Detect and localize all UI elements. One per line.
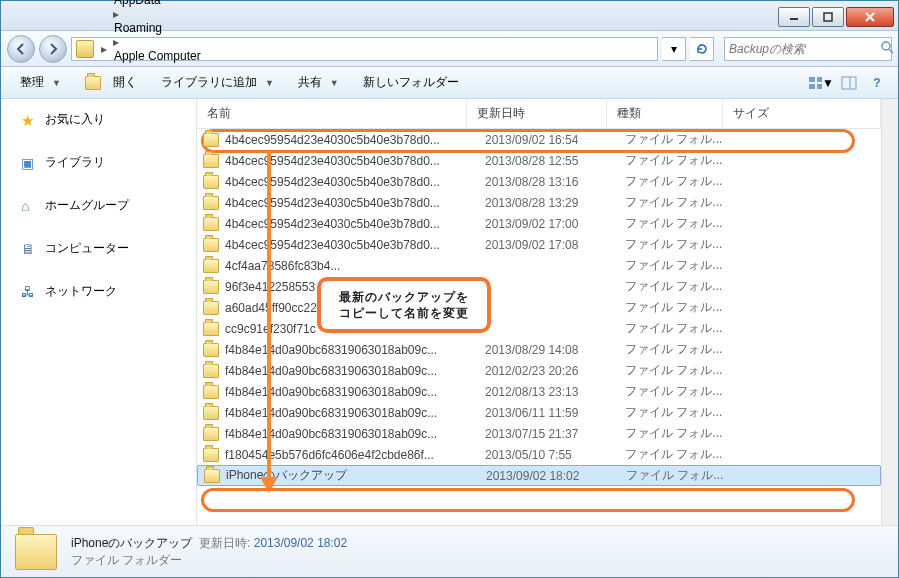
table-row[interactable]: f4b84e14d0a90bc68319063018ab09c...2012/0… <box>197 381 881 402</box>
sidebar-homegroup[interactable]: ⌂ホームグループ <box>1 193 196 218</box>
folder-icon <box>203 238 219 252</box>
table-row[interactable]: f4b84e14d0a90bc68319063018ab09c...2013/0… <box>197 423 881 444</box>
column-header-size[interactable]: サイズ <box>723 99 881 128</box>
status-date-label: 更新日時: <box>199 536 250 550</box>
cell-name: f4b84e14d0a90bc68319063018ab09c... <box>225 427 485 441</box>
sidebar-library[interactable]: ▣ライブラリ <box>1 150 196 175</box>
cell-name: 4b4cec95954d23e4030c5b40e3b78d0... <box>225 238 485 252</box>
cell-date: 2013/07/15 21:37 <box>485 427 625 441</box>
cell-type: ファイル フォル... <box>625 236 741 253</box>
cell-date: 2013/08/28 12:55 <box>485 154 625 168</box>
cell-type: ファイル フォル... <box>625 278 741 295</box>
cell-type: ファイル フォル... <box>625 194 741 211</box>
sidebar-favorites[interactable]: ★お気に入り <box>1 107 196 132</box>
chevron-right-icon[interactable]: ▸ <box>98 42 110 56</box>
folder-icon <box>203 343 219 357</box>
folder-icon <box>203 364 219 378</box>
table-row[interactable]: f4b84e14d0a90bc68319063018ab09c...2013/0… <box>197 402 881 423</box>
view-options-button[interactable]: ▼ <box>808 73 834 93</box>
refresh-button[interactable] <box>690 37 714 61</box>
cell-type: ファイル フォル... <box>625 173 741 190</box>
new-folder-button[interactable]: 新しいフォルダー <box>352 70 470 95</box>
library-icon: ▣ <box>21 155 37 171</box>
breadcrumb[interactable]: ▸ Michiko▸AppData▸Roaming▸Apple Computer… <box>71 37 658 61</box>
sidebar: ★お気に入り ▣ライブラリ ⌂ホームグループ 🖥コンピューター 🖧ネットワーク <box>1 99 197 525</box>
organize-button[interactable]: 整理▼ <box>9 70 72 95</box>
cell-date: 2013/08/29 14:08 <box>485 343 625 357</box>
table-row[interactable]: a60ad45ff90cc22bファイル フォル... <box>197 297 881 318</box>
table-row[interactable]: 4cf4aa78586fc83b4...ファイル フォル... <box>197 255 881 276</box>
table-row[interactable]: 4b4cec95954d23e4030c5b40e3b78d0...2013/0… <box>197 213 881 234</box>
cell-type: ファイル フォル... <box>625 320 741 337</box>
minimize-button[interactable] <box>778 7 810 27</box>
cell-name: cc9c91ef230f71c <box>225 322 485 336</box>
folder-icon <box>203 217 219 231</box>
help-button[interactable]: ? <box>864 73 890 93</box>
chevron-down-icon: ▼ <box>822 76 834 90</box>
library-add-button[interactable]: ライブラリに追加▼ <box>150 70 285 95</box>
cell-date: 2013/09/02 17:08 <box>485 238 625 252</box>
search-input[interactable] <box>729 42 880 56</box>
computer-icon: 🖥 <box>21 241 37 257</box>
table-row[interactable]: f4b84e14d0a90bc68319063018ab09c...2012/0… <box>197 360 881 381</box>
homegroup-icon: ⌂ <box>21 198 37 214</box>
table-row[interactable]: 4b4cec95954d23e4030c5b40e3b78d0...2013/0… <box>197 129 881 150</box>
table-row[interactable]: 4b4cec95954d23e4030c5b40e3b78d0...2013/0… <box>197 171 881 192</box>
cell-type: ファイル フォル... <box>625 131 741 148</box>
cell-name: f4b84e14d0a90bc68319063018ab09c... <box>225 385 485 399</box>
cell-name: a60ad45ff90cc22b <box>225 301 485 315</box>
sidebar-network[interactable]: 🖧ネットワーク <box>1 279 196 304</box>
cell-name: 4b4cec95954d23e4030c5b40e3b78d0... <box>225 133 485 147</box>
table-row[interactable]: 4b4cec95954d23e4030c5b40e3b78d0...2013/0… <box>197 150 881 171</box>
table-row[interactable]: 4b4cec95954d23e4030c5b40e3b78d0...2013/0… <box>197 234 881 255</box>
table-row[interactable]: iPhoneのバックアップ2013/09/02 18:02ファイル フォル... <box>197 465 881 486</box>
cell-type: ファイル フォル... <box>625 257 741 274</box>
maximize-button[interactable] <box>812 7 844 27</box>
cell-type: ファイル フォル... <box>625 362 741 379</box>
chevron-down-icon: ▼ <box>52 78 61 88</box>
share-button[interactable]: 共有▼ <box>287 70 350 95</box>
column-header-row: 名前 更新日時 種類 サイズ <box>197 99 881 129</box>
back-button[interactable] <box>7 35 35 63</box>
folder-icon <box>76 40 94 58</box>
table-row[interactable]: f180454e5b576d6fc4606e4f2cbde86f...2013/… <box>197 444 881 465</box>
folder-icon <box>203 301 219 315</box>
preview-pane-button[interactable] <box>836 73 862 93</box>
sidebar-computer[interactable]: 🖥コンピューター <box>1 236 196 261</box>
folder-icon <box>203 133 219 147</box>
address-dropdown[interactable]: ▾ <box>662 37 686 61</box>
forward-button[interactable] <box>39 35 67 63</box>
column-header-name[interactable]: 名前 <box>197 99 467 128</box>
close-button[interactable] <box>846 7 894 27</box>
search-box[interactable] <box>724 37 892 61</box>
chevron-right-icon[interactable]: ▸ <box>110 35 122 49</box>
table-row[interactable]: f4b84e14d0a90bc68319063018ab09c...2013/0… <box>197 339 881 360</box>
folder-icon <box>203 175 219 189</box>
chevron-right-icon[interactable]: ▸ <box>110 7 122 21</box>
cell-type: ファイル フォル... <box>625 299 741 316</box>
breadcrumb-item[interactable]: Apple Computer <box>110 49 205 63</box>
cell-name: f180454e5b576d6fc4606e4f2cbde86f... <box>225 448 485 462</box>
chevron-down-icon: ▼ <box>265 78 274 88</box>
breadcrumb-item[interactable]: Roaming <box>110 21 205 35</box>
search-icon <box>880 40 894 57</box>
column-header-type[interactable]: 種類 <box>607 99 723 128</box>
breadcrumb-item[interactable]: AppData <box>110 0 205 7</box>
annotation-highlight-bottom <box>201 488 855 512</box>
nav-bar: ▸ Michiko▸AppData▸Roaming▸Apple Computer… <box>1 31 898 67</box>
open-button[interactable]: 開く <box>74 70 148 95</box>
table-row[interactable]: cc9c91ef230f71cファイル フォル... <box>197 318 881 339</box>
folder-icon <box>203 406 219 420</box>
vertical-scrollbar[interactable] <box>881 99 898 525</box>
column-header-date[interactable]: 更新日時 <box>467 99 607 128</box>
svg-rect-6 <box>809 77 815 82</box>
svg-line-5 <box>889 49 893 53</box>
folder-icon <box>203 427 219 441</box>
table-row[interactable]: 96f3e412258553ファイル フォル... <box>197 276 881 297</box>
svg-rect-1 <box>824 13 832 21</box>
table-row[interactable]: 4b4cec95954d23e4030c5b40e3b78d0...2013/0… <box>197 192 881 213</box>
cell-date: 2013/09/02 17:00 <box>485 217 625 231</box>
cell-type: ファイル フォル... <box>625 152 741 169</box>
toolbar: 整理▼ 開く ライブラリに追加▼ 共有▼ 新しいフォルダー ▼ ? <box>1 67 898 99</box>
folder-icon <box>203 448 219 462</box>
